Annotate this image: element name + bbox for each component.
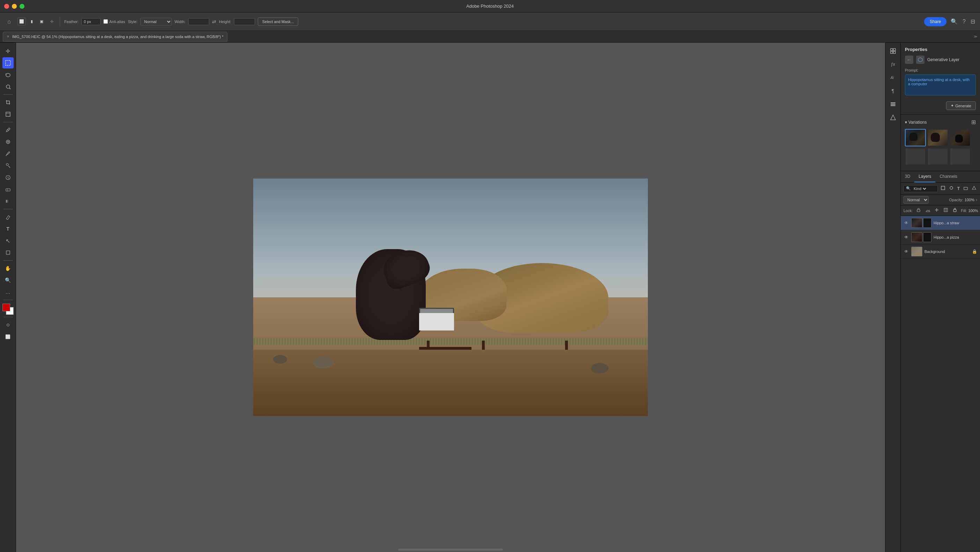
hand-button[interactable]: ✋ xyxy=(2,263,14,274)
select-mask-button[interactable]: Select and Mask... xyxy=(258,18,299,26)
minimize-button[interactable] xyxy=(12,4,17,9)
tab-close-icon[interactable]: ✕ xyxy=(6,35,10,38)
feather-input[interactable] xyxy=(81,18,100,25)
history-brush-button[interactable] xyxy=(2,172,14,183)
tab-channels[interactable]: Channels xyxy=(935,171,961,182)
toolbar: ⌂ ⬜ ▮ ▣ ⊹ Feather: Anti-alias Style: Nor… xyxy=(0,13,980,31)
eyedropper-button[interactable] xyxy=(2,124,14,136)
help-button[interactable]: ? xyxy=(961,17,967,26)
variation-thumb-6[interactable] xyxy=(950,148,970,165)
panel-collapse-icon[interactable]: ≫ xyxy=(974,35,977,38)
layer-item-hippo-straw[interactable]: 👁 Hippo...a straw xyxy=(901,216,980,230)
layer-item-background[interactable]: 👁 Background 🔒 xyxy=(901,244,980,259)
clone-stamp-button[interactable] xyxy=(2,160,14,171)
marquee-tool-button[interactable] xyxy=(2,57,14,69)
document-tab[interactable]: ✕ IMG_5700.HEIC @ 54.1% (Hippopotamus si… xyxy=(3,32,228,41)
generate-button[interactable]: ✦ Generate xyxy=(946,101,976,110)
variation-thumb-3[interactable] xyxy=(950,129,970,147)
variation-thumb-5[interactable] xyxy=(927,148,948,165)
lock-all-btn[interactable] xyxy=(952,207,958,214)
home-button[interactable]: ⌂ xyxy=(3,16,15,27)
tab-filename: IMG_5700.HEIC @ 54.1% (Hippopotamus sitt… xyxy=(12,35,224,39)
variations-chevron-icon[interactable]: ▾ xyxy=(905,120,907,125)
variations-title: ▾ Variations xyxy=(905,120,927,125)
screen-mode-button[interactable]: ⬜ xyxy=(2,331,14,342)
lock-position-btn[interactable] xyxy=(934,207,940,214)
width-input[interactable] xyxy=(188,18,209,25)
anti-alias-checkbox[interactable] xyxy=(103,19,108,24)
height-input[interactable] xyxy=(234,18,255,25)
svg-rect-0 xyxy=(6,61,11,65)
gen-layer-back-button[interactable]: ← xyxy=(905,56,913,64)
tab-3d[interactable]: 3D xyxy=(901,171,914,182)
layer-pixel-icon-btn[interactable] xyxy=(940,185,946,192)
layer-smart-icon-btn[interactable] xyxy=(971,185,977,192)
tool-sep-3 xyxy=(3,209,13,209)
gradient-button[interactable] xyxy=(2,196,14,207)
brush-button[interactable] xyxy=(2,148,14,159)
variation-thumb-2[interactable] xyxy=(927,129,948,147)
swap-icon[interactable]: ⇄ xyxy=(212,19,216,24)
variation-thumb-1[interactable] xyxy=(905,129,926,147)
fill-value[interactable]: 100% xyxy=(968,209,978,213)
layer-adjust-icon-btn[interactable] xyxy=(948,185,955,192)
from-center-button[interactable]: ⊹ xyxy=(48,18,56,25)
text-button[interactable]: T xyxy=(2,223,14,235)
paragraph-strip-button[interactable]: ¶ xyxy=(888,85,899,96)
layer-visibility-2[interactable]: 👁 xyxy=(904,235,909,240)
canvas-scrollbar[interactable] xyxy=(398,549,503,550)
layer-item-hippo-pizza[interactable]: 👁 Hippo...a pizza xyxy=(901,230,980,244)
eraser-button[interactable] xyxy=(2,184,14,195)
search-icon: 🔍 xyxy=(906,186,911,191)
style-select[interactable]: Normal Fixed Ratio Fixed Size xyxy=(140,18,172,26)
properties-title: Properties xyxy=(905,47,976,52)
prompt-label: Prompt: xyxy=(905,68,976,72)
canvas-area[interactable] xyxy=(16,43,885,552)
move-tool-button[interactable]: ✛ xyxy=(2,45,14,57)
search-button[interactable]: 🔍 xyxy=(949,17,959,26)
layer-visibility-1[interactable]: 👁 xyxy=(904,220,909,226)
kind-select[interactable]: Kind xyxy=(912,186,927,191)
adjust-strip-button[interactable] xyxy=(888,112,899,123)
maximize-button[interactable] xyxy=(19,4,24,9)
frame-tool-button[interactable] xyxy=(2,108,14,120)
single-column-button[interactable]: ▮ xyxy=(29,18,35,25)
layer-shape-icon-btn[interactable] xyxy=(963,185,969,192)
fx-strip-button[interactable]: ƒx xyxy=(888,59,899,70)
tab-layers[interactable]: Layers xyxy=(914,171,935,182)
foreground-color-swatch[interactable] xyxy=(2,304,10,311)
mask-mode-button[interactable]: ⊙ xyxy=(2,319,14,330)
frame-button[interactable]: ▣ xyxy=(38,18,45,25)
close-button[interactable] xyxy=(4,4,9,9)
rectangular-marquee-button[interactable]: ⬜ xyxy=(18,18,26,26)
opacity-value[interactable]: 100% xyxy=(965,198,974,202)
path-selection-button[interactable]: ↖ xyxy=(2,235,14,246)
layers-list: 👁 Hippo...a straw 👁 xyxy=(901,216,980,552)
ai-strip-button[interactable]: Ai xyxy=(888,72,899,83)
layer-visibility-3[interactable]: 👁 xyxy=(904,249,909,254)
feather-label: Feather: xyxy=(64,19,79,24)
layer-type-icon-btn[interactable]: T xyxy=(956,185,961,192)
variations-row-1 xyxy=(905,129,976,147)
properties-strip-button[interactable] xyxy=(888,45,899,57)
workspace-button[interactable]: ⊟ xyxy=(969,17,977,26)
spot-healing-button[interactable] xyxy=(2,136,14,147)
more-tools-button[interactable]: … xyxy=(2,287,14,298)
lock-artboard-btn[interactable] xyxy=(943,207,949,214)
pen-button[interactable] xyxy=(2,211,14,223)
zoom-button[interactable]: 🔍 xyxy=(2,274,14,286)
share-button[interactable]: Share xyxy=(924,17,947,26)
svg-rect-16 xyxy=(891,49,892,51)
lasso-tool-button[interactable] xyxy=(2,69,14,80)
blend-mode-select[interactable]: Normal Multiply Screen Overlay xyxy=(904,196,929,204)
lock-image-btn[interactable] xyxy=(924,207,931,214)
quick-select-button[interactable] xyxy=(2,81,14,92)
color-swatches[interactable] xyxy=(2,304,14,315)
prompt-textarea[interactable]: Hippopotamus sitting at a desk, with a c… xyxy=(905,74,976,96)
shape-button[interactable] xyxy=(2,247,14,258)
layers-strip-button[interactable] xyxy=(888,99,899,110)
lock-transparent-btn[interactable] xyxy=(915,207,922,214)
variations-grid-button[interactable]: ⊞ xyxy=(971,119,976,125)
crop-tool-button[interactable] xyxy=(2,97,14,108)
variation-thumb-4[interactable] xyxy=(905,148,926,165)
